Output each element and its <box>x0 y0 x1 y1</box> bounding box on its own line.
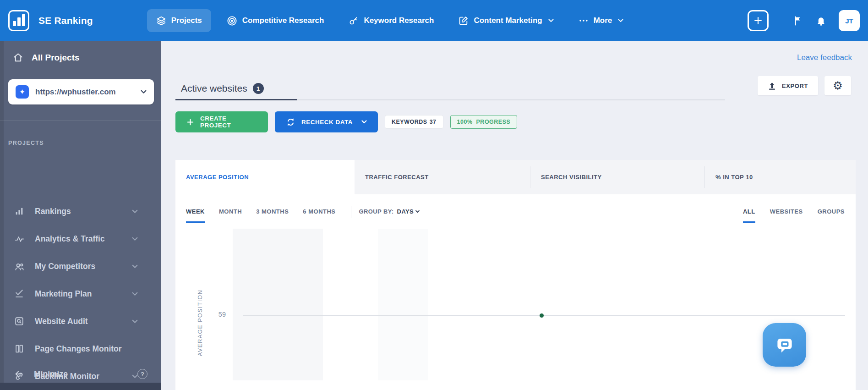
progress-label: PROGRESS <box>476 119 511 125</box>
leave-feedback-link[interactable]: Leave feedback <box>797 53 852 62</box>
nav-item-label: More <box>594 16 612 25</box>
chevron-down-icon <box>129 264 140 269</box>
create-project-button[interactable]: CREATE PROJECT <box>175 111 268 132</box>
sidebar-item-marketing-plan[interactable]: Marketing Plan <box>0 280 161 308</box>
edit-square-icon <box>459 16 469 26</box>
key-icon <box>349 16 359 26</box>
chevron-down-icon <box>548 19 554 22</box>
pages-icon <box>14 344 25 354</box>
chevron-down-icon <box>129 319 140 324</box>
group-by-value: DAYS <box>397 208 414 215</box>
range-3-months[interactable]: 3 MONTHS <box>256 208 289 215</box>
progress-value: 100% <box>457 119 473 125</box>
sidebar-item-all-projects[interactable]: All Projects <box>13 52 80 63</box>
sidebar-item-label: Page Changes Monitor <box>35 344 122 354</box>
nav-item-label: Projects <box>171 16 202 25</box>
plus-icon <box>753 16 763 26</box>
sidebar-item-label: Website Audit <box>35 317 88 326</box>
brand[interactable]: SE Ranking <box>8 10 93 31</box>
brand-name: SE Ranking <box>38 15 93 26</box>
help-icon[interactable]: ? <box>137 369 147 379</box>
refresh-icon <box>286 117 295 127</box>
tab-search-visibility[interactable]: SEARCH VISIBILITY <box>530 160 705 194</box>
group-by-dropdown[interactable]: GROUP BY: DAYS <box>359 208 420 215</box>
chat-widget-button[interactable] <box>763 323 806 367</box>
user-avatar[interactable]: JT <box>839 10 860 31</box>
sidebar-item-analytics-traffic[interactable]: Analytics & Traffic <box>0 225 161 253</box>
scope-groups[interactable]: GROUPS <box>818 208 845 215</box>
scope-all[interactable]: ALL <box>743 208 755 215</box>
y-axis-tick: 59 <box>210 311 226 318</box>
layers-icon <box>156 16 166 26</box>
scope-websites[interactable]: WEBSITES <box>770 208 803 215</box>
keywords-label: KEYWORDS <box>392 119 427 125</box>
average-position-chart: AVERAGE POSITION 59 <box>175 229 856 390</box>
nav-item-label: Competitive Research <box>242 16 324 25</box>
recheck-data-label: RECHECK DATA <box>301 119 353 126</box>
pulse-icon <box>14 234 25 244</box>
bar-chart-icon <box>14 206 25 216</box>
whats-new-button[interactable] <box>793 16 804 26</box>
chart-plot-band <box>233 229 323 380</box>
sidebar-item-my-competitors[interactable]: My Competitors <box>0 253 161 280</box>
tab-average-position[interactable]: AVERAGE POSITION <box>175 160 355 194</box>
sidebar-item-rankings[interactable]: Rankings <box>0 198 161 225</box>
active-websites-tab[interactable]: Active websites 1 <box>181 83 264 94</box>
sidebar-item-label: My Competitors <box>35 262 95 271</box>
upload-icon <box>768 82 776 90</box>
websites-count-badge: 1 <box>253 83 264 94</box>
export-button[interactable]: EXPORT <box>758 76 818 95</box>
nav-item-label: Keyword Research <box>364 16 434 25</box>
project-selector[interactable]: ✦ https://wphustler.com <box>8 79 154 104</box>
range-6-months[interactable]: 6 MONTHS <box>303 208 335 215</box>
bell-icon <box>816 16 826 26</box>
page-title: Active websites <box>181 83 247 94</box>
chart-data-point[interactable] <box>540 313 544 318</box>
users-icon <box>14 261 25 272</box>
notifications-button[interactable] <box>816 16 826 26</box>
main-menu: Projects Competitive Research Keyword Re… <box>147 9 633 33</box>
nav-item-projects[interactable]: Projects <box>147 9 211 32</box>
keywords-value: 37 <box>430 119 437 125</box>
range-month[interactable]: MONTH <box>219 208 242 215</box>
nav-item-content-marketing[interactable]: Content Marketing <box>449 9 562 32</box>
nav-item-label: Content Marketing <box>474 16 542 25</box>
sidebar-item-page-changes-monitor[interactable]: Page Changes Monitor <box>0 335 161 363</box>
nav-item-more[interactable]: More <box>569 9 633 32</box>
chevron-down-icon <box>141 90 147 94</box>
nav-item-competitive-research[interactable]: Competitive Research <box>218 9 333 33</box>
project-favicon: ✦ <box>16 85 29 99</box>
search-square-icon <box>14 316 25 326</box>
tab-traffic-forecast[interactable]: TRAFFIC FORECAST <box>355 160 530 194</box>
scope-switcher: ALL WEBSITES GROUPS <box>743 208 845 215</box>
sidebar-section-label: PROJECTS <box>8 140 44 146</box>
sidebar-menu: Rankings Analytics & Traffic My Competit <box>0 198 161 390</box>
toolbar: CREATE PROJECT RECHECK DATA KEYWORDS 37 … <box>175 111 517 132</box>
home-icon <box>13 52 23 63</box>
range-week[interactable]: WEEK <box>186 208 205 215</box>
sidebar-item-label: Marketing Plan <box>35 289 92 299</box>
metric-tabs: AVERAGE POSITION TRAFFIC FORECAST SEARCH… <box>175 160 856 194</box>
main-content: Leave feedback Active websites 1 EXPORT … <box>161 41 868 390</box>
sidebar-minimize-button[interactable]: Minimize ? <box>0 369 161 379</box>
nav-item-keyword-research[interactable]: Keyword Research <box>339 9 443 32</box>
gear-icon: ⚙ <box>833 79 843 92</box>
recheck-data-button[interactable]: RECHECK DATA <box>275 111 378 132</box>
export-label: EXPORT <box>782 82 808 89</box>
chart-controls: WEEK MONTH 3 MONTHS 6 MONTHS GROUP BY: D… <box>175 194 856 229</box>
sidebar-divider <box>0 121 161 121</box>
flag-icon <box>793 16 804 26</box>
tab-percent-in-top-10[interactable]: % IN TOP 10 <box>705 160 856 194</box>
add-button[interactable] <box>748 10 769 31</box>
plus-icon <box>186 118 194 126</box>
arrow-left-icon <box>14 369 24 379</box>
settings-button[interactable]: ⚙ <box>824 76 851 95</box>
y-axis-label: AVERAGE POSITION <box>197 283 203 363</box>
sidebar-item-label: Rankings <box>35 207 71 216</box>
sidebar-item-website-audit[interactable]: Website Audit <box>0 308 161 335</box>
controls-divider <box>351 206 351 218</box>
chart-gridline <box>243 315 845 316</box>
se-ranking-logo-icon <box>8 10 29 31</box>
all-projects-label: All Projects <box>32 53 80 63</box>
target-icon <box>227 16 237 26</box>
